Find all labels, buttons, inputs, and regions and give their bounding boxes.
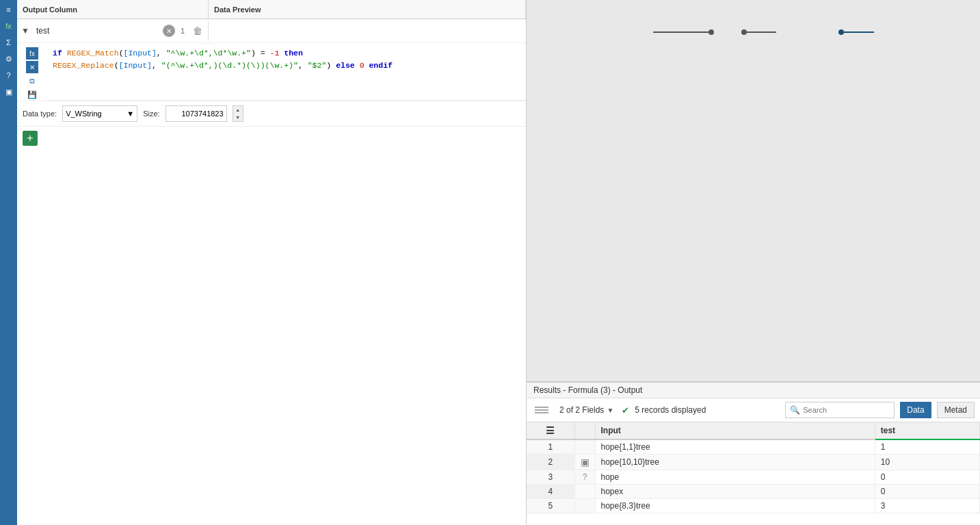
cell-row-icon: ▣ <box>574 454 595 470</box>
drag-handle[interactable] <box>532 407 551 413</box>
datatype-select[interactable]: V_WString ▼ <box>62 105 137 122</box>
col-header-record: ☰ <box>527 422 574 439</box>
size-input[interactable] <box>165 105 227 122</box>
data-button[interactable]: Data <box>900 402 931 418</box>
row-select-icon[interactable]: ▣ <box>581 457 590 468</box>
table-header-row: ☰ Input test <box>527 422 980 439</box>
table-row: 3?hope0 <box>527 470 980 485</box>
field-number: 1 <box>178 27 187 35</box>
svg-point-5 <box>838 29 844 35</box>
canvas-area: 📖 sample.xlsxQuery=`Sheet1$` ✔ <box>527 0 980 525</box>
cell-test: 10 <box>875 454 979 470</box>
search-input[interactable] <box>803 406 885 414</box>
keyword-if: if <box>53 49 62 57</box>
cell-row-icon <box>574 439 595 454</box>
results-table: ☰ Input test 1hope{1,1}tree12▣hope{10,10… <box>527 422 980 525</box>
table-row: 4hopex0 <box>527 485 980 499</box>
table-row: 2▣hope{10,10}tree10 <box>527 454 980 470</box>
dropdown-arrow-icon: ▼ <box>127 110 134 118</box>
datatype-row: Data type: V_WString ▼ Size: ▲ ▼ <box>17 101 526 127</box>
row-help-icon[interactable]: ? <box>583 472 587 482</box>
datatype-value: V_WString <box>66 110 102 118</box>
code-area[interactable]: if REGEX_Match([Input], "^\w.+\d*,\d*\w.… <box>47 43 526 101</box>
cell-row-icon <box>574 499 595 513</box>
size-label: Size: <box>143 110 159 118</box>
formula-panel: Output Column Data Preview ▼ test ✕ 1 🗑 … <box>17 0 527 525</box>
connector-svg <box>527 0 980 381</box>
table-body: 1hope{1,1}tree12▣hope{10,10}tree103?hope… <box>527 439 980 513</box>
cell-input: hopex <box>595 485 875 499</box>
grid-icon[interactable]: ▣ <box>2 85 16 99</box>
delete-button[interactable]: 🗑 <box>190 23 205 38</box>
data-table: ☰ Input test 1hope{1,1}tree12▣hope{10,10… <box>527 422 980 513</box>
formula-row-left: ▼ test ✕ 1 🗑 <box>17 21 209 41</box>
cell-input: hope <box>595 470 875 485</box>
left-sidebar: ≡ fx Σ ⚙ ? ▣ <box>0 0 17 525</box>
datatype-label: Data type: <box>23 110 57 118</box>
fields-dropdown-icon: ▼ <box>607 407 613 414</box>
clear-button[interactable]: ✕ <box>163 25 175 37</box>
sum-icon[interactable]: Σ <box>2 36 16 49</box>
chevron-down-icon[interactable]: ▼ <box>20 25 31 36</box>
records-label: 5 records displayed <box>635 405 706 415</box>
results-panel: Results - Formula (3) - Output 2 of 2 Fi… <box>527 381 980 525</box>
workflow-canvas[interactable]: 📖 sample.xlsxQuery=`Sheet1$` ✔ <box>527 0 980 381</box>
col-header-icons <box>574 422 595 439</box>
field-name[interactable]: test <box>34 25 160 37</box>
add-field-button[interactable]: + <box>23 131 38 146</box>
fx-icon[interactable]: fx <box>26 47 38 60</box>
cell-input: hope{8,3}tree <box>595 499 875 513</box>
formula-preview-cell <box>209 21 526 41</box>
col-header-input[interactable]: Input <box>595 422 875 439</box>
search-icon: 🔍 <box>790 405 800 415</box>
cell-row-icon: ? <box>574 470 595 485</box>
meta-button[interactable]: Metad <box>937 402 975 418</box>
code-section: fx ✕ ⧉ 💾 if REGEX_Match([Input], "^\w.+\… <box>17 43 526 101</box>
settings-icon[interactable]: ⚙ <box>2 52 16 66</box>
col-header-test[interactable]: test <box>875 422 979 439</box>
formula-header: Output Column Data Preview <box>17 0 526 19</box>
cell-test: 0 <box>875 470 979 485</box>
spin-down-button[interactable]: ▼ <box>233 114 243 121</box>
data-preview-header: Data Preview <box>209 0 526 18</box>
size-spinner[interactable]: ▲ ▼ <box>233 105 243 122</box>
menu-icon[interactable]: ≡ <box>2 3 16 16</box>
table-row: 1hope{1,1}tree1 <box>527 439 980 454</box>
cell-input: hope{10,10}tree <box>595 454 875 470</box>
help-icon[interactable]: ? <box>2 68 16 82</box>
fields-button[interactable]: 2 of 2 Fields ▼ <box>557 404 616 416</box>
add-btn-row: + <box>17 127 526 150</box>
cell-record: 2 <box>527 454 574 470</box>
spin-up-button[interactable]: ▲ <box>233 106 243 114</box>
x-icon[interactable]: ✕ <box>26 61 38 73</box>
save-icon[interactable]: 💾 <box>26 88 38 101</box>
formula-icon[interactable]: fx <box>2 19 16 33</box>
regex-replace-call: REGEX_Replace <box>53 61 114 70</box>
keyword-then: then <box>284 49 303 57</box>
row-icons: fx ✕ ⧉ 💾 <box>17 43 47 101</box>
fields-label: 2 of 2 Fields <box>559 405 604 415</box>
cell-record: 4 <box>527 485 574 499</box>
cell-record: 3 <box>527 470 574 485</box>
search-box: 🔍 <box>785 402 895 418</box>
results-header: Results - Formula (3) - Output <box>527 383 980 398</box>
output-column-header: Output Column <box>17 0 209 18</box>
copy-icon[interactable]: ⧉ <box>26 75 38 87</box>
cell-test: 1 <box>875 439 979 454</box>
table-row: 5hope{8,3}tree3 <box>527 499 980 513</box>
cell-test: 0 <box>875 485 979 499</box>
check-all-icon[interactable]: ✔ <box>622 405 629 415</box>
formula-row: ▼ test ✕ 1 🗑 <box>17 19 526 43</box>
cell-record: 5 <box>527 499 574 513</box>
code-line-1: if REGEX_Match([Input], "^\w.+\d*,\d*\w.… <box>53 47 520 60</box>
cell-record: 1 <box>527 439 574 454</box>
regex-match-call: REGEX_Match([Input], "^\w.+\d*,\d*\w.+")… <box>67 49 284 57</box>
cell-input: hope{1,1}tree <box>595 439 875 454</box>
cell-test: 3 <box>875 499 979 513</box>
svg-point-1 <box>708 29 714 35</box>
svg-point-3 <box>741 29 747 35</box>
results-toolbar: 2 of 2 Fields ▼ ✔ 5 records displayed 🔍 … <box>527 398 980 422</box>
cell-row-icon <box>574 485 595 499</box>
code-line-2: REGEX_Replace([Input], "(^\w.+\d*,)(\d.*… <box>53 60 520 72</box>
